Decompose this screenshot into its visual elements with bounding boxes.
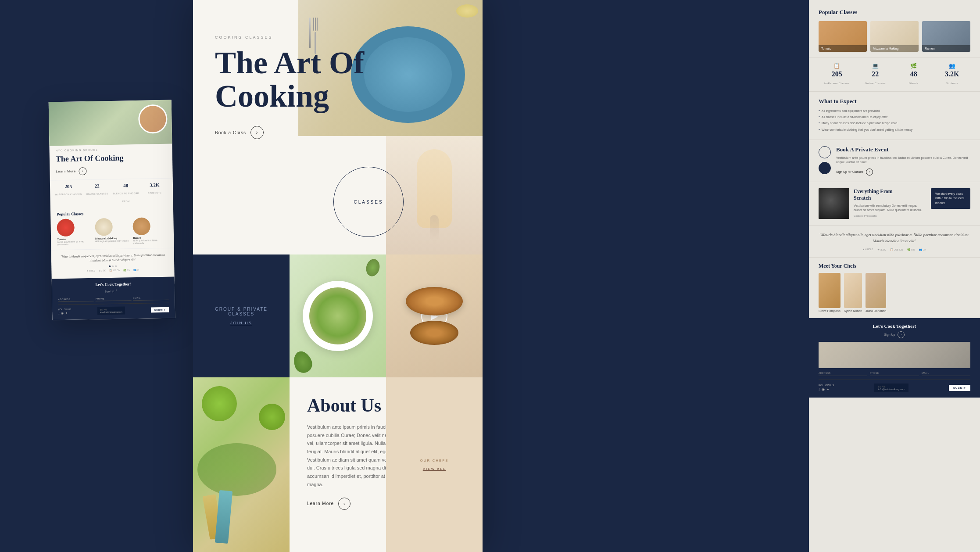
r-ig-icon[interactable]: ◉	[822, 387, 825, 391]
email-group: EMAIL	[133, 296, 168, 300]
address-group: ADDRESS	[58, 297, 93, 301]
dot-filled	[819, 162, 831, 174]
ramen-img	[133, 217, 151, 235]
chef-2-photo	[844, 273, 862, 308]
left-contact-form: ADDRESS PHONE EMAIL	[58, 296, 168, 301]
r-signup-cta[interactable]: Sign Up ›	[819, 331, 970, 338]
lime-2	[259, 404, 285, 430]
facebook-icon[interactable]: f	[58, 312, 59, 315]
r-stat-online: 💻 22 Online Classes	[857, 63, 894, 86]
chef-1-photo	[819, 273, 841, 308]
straw-2	[215, 490, 232, 544]
r-field-phone: PHONE	[870, 372, 919, 376]
r-stat-inperson: 📋 205 In-Person Classes	[819, 63, 855, 86]
laptop-icon: 💻	[857, 63, 894, 69]
book-event-icons	[819, 146, 831, 174]
twitter-icon[interactable]: ✦	[65, 311, 68, 315]
r-rating-5: 👥 3K	[919, 248, 926, 251]
dot-3[interactable]	[115, 265, 117, 267]
class-items-row: Tomato Lorem ipsum dolor sit amet consec…	[57, 217, 168, 246]
footer-email: EMAIL info@artofcooking.com	[97, 306, 125, 315]
donut-2	[410, 321, 458, 345]
r-stat-blends: 🌿 48 Blends	[895, 63, 932, 86]
r-cook-form: ADDRESS PHONE EMAIL	[819, 372, 970, 376]
group-private-cell: GROUP & PRIVATECLASSES JOIN US	[193, 254, 290, 377]
thumb-label-3: Ramen	[922, 45, 970, 52]
r-field-email: EMAIL	[922, 372, 970, 376]
r-cook-img	[819, 342, 970, 368]
book-event-text: Book A Private Event Vestibulum ante ips…	[836, 146, 970, 176]
view-chefs-link[interactable]: VIEW ALL	[423, 467, 446, 471]
left-popular-classes: Popular Classes Tomato Lorem ipsum dolor…	[50, 206, 174, 250]
book-event-cta[interactable]: Sign Up for Classes ›	[836, 168, 970, 176]
left-card-cta[interactable]: Learn More ›	[50, 165, 172, 180]
chef-3-photo	[866, 273, 886, 308]
r-class-thumb-2[interactable]: Mozzarella Making	[870, 21, 919, 52]
left-stats-row: 205 IN-PERSON CLASSES 22 ONLINE CLASSES …	[50, 178, 173, 208]
r-popular-title: Popular Classes	[809, 0, 980, 21]
thumb-label-2: Mozzarella Making	[870, 45, 919, 52]
r-rating-4: 🌿 0.5	[907, 248, 915, 251]
stat-blends: 48 BLENDS TO CHOOSE FROM	[112, 182, 140, 204]
r-expect-section: What to Expect All ingredients and equip…	[809, 92, 980, 140]
phone-line	[96, 300, 131, 301]
donut-video-cell: ▶	[386, 254, 483, 377]
donut-1	[406, 287, 463, 315]
r-fb-icon[interactable]: f	[819, 387, 820, 391]
main-title: The Art OfCooking	[215, 47, 364, 113]
r-scratch-section: Everything FromScratch Vestibulum with s…	[809, 182, 980, 226]
dot-empty	[819, 146, 831, 158]
r-footer-email: EMAIL info@artofcooking.com	[874, 384, 908, 392]
stat-inperson: 205 IN-PERSON CLASSES	[54, 183, 82, 205]
r-stat-students: 👥 3.2K Students	[934, 63, 971, 86]
r-signup-arrow[interactable]: ›	[898, 331, 905, 338]
chefs-cell: OUR CHEFS VIEW ALL	[386, 377, 483, 552]
address-line	[58, 301, 94, 301]
cooking-classes-label: COOKING CLASSES	[215, 35, 364, 39]
left-signup[interactable]: Sign Up ›	[58, 287, 168, 295]
chef-1: Steve Pompano	[819, 273, 841, 312]
learn-more-arrow[interactable]: ›	[338, 498, 351, 510]
dot-1[interactable]	[109, 265, 111, 267]
classes-overlay	[290, 193, 386, 290]
salad-food	[309, 287, 366, 344]
scratch-text: Everything FromScratch Vestibulum with s…	[854, 188, 926, 219]
r-stats-row: 📋 205 In-Person Classes 💻 22 Online Clas…	[809, 57, 980, 92]
book-arrow[interactable]: ›	[250, 126, 264, 139]
bottom-food-cell	[193, 377, 290, 552]
class-item-tomato: Tomato Lorem ipsum dolor sit amet consec…	[57, 218, 92, 246]
r-book-event: Book A Private Event Vestibulum ante ips…	[809, 140, 980, 182]
scratch-side: We start every class with a trip to the …	[931, 188, 970, 219]
hero-content: COOKING CLASSES The Art OfCooking Book a…	[193, 0, 386, 174]
cta-arrow[interactable]: ›	[79, 167, 86, 175]
email-line	[133, 299, 168, 300]
tomato-img	[57, 219, 75, 237]
r-bullet-3: Many of our classes also include a print…	[819, 121, 970, 125]
r-class-thumb-1[interactable]: Tomato	[819, 21, 867, 52]
r-bullet-1: All ingredients and equipment are provid…	[819, 108, 970, 113]
r-tw-icon[interactable]: ✦	[826, 387, 830, 391]
class-item-mozzarella: Mozzarella Making All things are possibl…	[95, 218, 130, 245]
left-footer: FOLLOW US f ◉ ✦ EMAIL info@artofcooking.…	[58, 302, 169, 315]
dot-2[interactable]	[112, 265, 114, 267]
leaf-icon: 🌿	[895, 63, 932, 69]
r-submit-button[interactable]: SUBMIT	[949, 385, 970, 391]
book-cta-arrow[interactable]: ›	[866, 168, 873, 176]
instagram-icon[interactable]: ◉	[61, 312, 64, 315]
book-class-cta[interactable]: Book a Class ›	[215, 126, 364, 139]
signup-arrow[interactable]: ›	[116, 288, 122, 294]
r-class-thumb-3[interactable]: Ramen	[922, 21, 970, 52]
chef-3: Jalna Donohan	[866, 273, 886, 312]
r-classes-grid: Tomato Mozzarella Making Ramen	[809, 21, 980, 57]
left-quote: "Mauris blandit aliquet elit, eget tinci…	[51, 247, 175, 279]
scratch-navy-box: We start every class with a trip to the …	[931, 188, 970, 209]
r-chefs-grid: Steve Pompano Sylvie Nonan Jalna Donohan	[819, 273, 970, 312]
r-bullet-2: All classes include a sit-down meal to e…	[819, 115, 970, 119]
mozzarella-img	[95, 218, 113, 236]
main-card: COOKING CLASSES The Art OfCooking Book a…	[193, 0, 483, 552]
submit-button[interactable]: SUBMIT	[151, 307, 169, 312]
donut-visuals	[386, 254, 483, 377]
r-field-address: ADDRESS	[819, 372, 867, 376]
left-cook-together: Let's Cook Together! Sign Up › ADDRESS P…	[52, 276, 175, 320]
stat-students: 3.2K STUDENTS	[140, 182, 168, 203]
